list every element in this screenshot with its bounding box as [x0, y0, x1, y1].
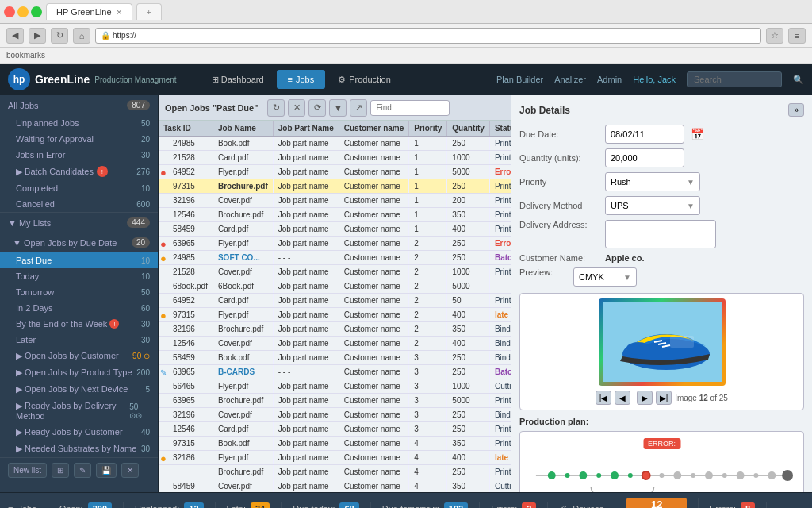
bookmark-item[interactable]: bookmarks — [6, 51, 45, 60]
priority-dropdown[interactable]: Rush ▼ — [605, 172, 700, 191]
sidebar-item-by-customer[interactable]: ▶ Open Jobs by Customer 90 ⊙ — [0, 348, 158, 364]
sidebar-item-by-device[interactable]: ▶ Open Jobs by Next Device 5 — [0, 381, 158, 398]
calendar-icon[interactable]: 📅 — [691, 128, 704, 140]
sidebar-item-ready-customer[interactable]: ▶ Ready Jobs by Customer 40 — [0, 424, 158, 441]
devices-section[interactable]: 🖨 Devices — [548, 504, 615, 509]
delivery-method-dropdown[interactable]: UPS ▼ — [605, 196, 700, 215]
col-job-part[interactable]: Job Part Name — [273, 121, 339, 137]
window-min-btn[interactable] — [17, 6, 29, 17]
col-quantity[interactable]: Quantity — [447, 121, 490, 137]
browser-tab-new[interactable]: + — [136, 3, 162, 20]
sidebar-item-today[interactable]: Today 10 — [0, 268, 158, 284]
table-row[interactable]: Brochure.pdf Job part name Customer name… — [159, 465, 511, 479]
tab-close-btn[interactable]: ✕ — [116, 8, 122, 17]
table-row[interactable]: 24985 Book.pdf Job part name Customer na… — [159, 137, 511, 151]
sidebar-open-jobs-date[interactable]: ▼ Open Jobs by Due Date 20 — [0, 233, 158, 252]
table-row[interactable]: ✎ 63965 B-CARDS - - - Customer name 3 25… — [159, 365, 511, 379]
user-greeting[interactable]: Hello, Jack — [633, 75, 676, 84]
prev-image-btn[interactable]: ◀ — [615, 391, 630, 405]
sidebar-item-batch[interactable]: ▶ Batch Candidates ! 276 — [0, 163, 158, 180]
expand-details-btn[interactable]: » — [788, 103, 804, 117]
sidebar-item-waiting[interactable]: Waiting for Approval 20 — [0, 131, 158, 147]
menu-btn[interactable]: ≡ — [788, 28, 806, 44]
sidebar-item-completed[interactable]: Completed 10 — [0, 180, 158, 196]
sidebar-item-2days[interactable]: In 2 Days 60 — [0, 300, 158, 316]
sidebar-item-ready-delivery[interactable]: ▶ Ready Jobs by Delivery Method 50 ⊙⊙ — [0, 398, 158, 424]
nav-jobs[interactable]: ≡ Jobs — [277, 70, 326, 89]
table-row[interactable]: 68ook.pdf 6Book.pdf Job part name Custom… — [159, 279, 511, 294]
window-close-btn[interactable] — [4, 6, 15, 17]
table-row[interactable]: 63965 Brochure.pdf Job part name Custome… — [159, 394, 511, 408]
first-image-btn[interactable]: |◀ — [596, 391, 611, 405]
col-customer[interactable]: Customer name — [339, 121, 409, 137]
col-job-name[interactable]: Job Name — [213, 121, 273, 137]
table-row[interactable]: ● 64952 Flyer.pdf Job part name Customer… — [159, 165, 511, 179]
table-row[interactable]: ● 97315 Flyer.pdf Job part name Customer… — [159, 308, 511, 322]
next-image-btn[interactable]: ▶ — [637, 391, 653, 405]
toolbar-filter-btn[interactable]: ▼ — [329, 99, 347, 117]
table-row[interactable]: 21528 Card.pdf Job part name Customer na… — [159, 151, 511, 165]
sidebar-close-btn[interactable]: ✕ — [121, 463, 139, 478]
table-row[interactable]: 97315 Book.pdf Job part name Customer na… — [159, 437, 511, 451]
col-task-id[interactable]: Task ID — [159, 121, 213, 137]
search-input[interactable] — [687, 71, 782, 87]
reload-btn[interactable]: ↻ — [51, 28, 68, 44]
table-row[interactable]: 12546 Cover.pdf Job part name Customer n… — [159, 337, 511, 351]
table-row[interactable]: 56465 Flyer.pdf Job part name Customer n… — [159, 379, 511, 394]
forward-btn[interactable]: ▶ — [29, 28, 46, 44]
search-icon[interactable]: 🔍 — [793, 75, 804, 85]
table-row[interactable]: 58459 Cover.pdf Job part name Customer n… — [159, 479, 511, 493]
delivery-address-input[interactable] — [605, 220, 716, 248]
table-row[interactable]: 12546 Brochure.pdf Job part name Custome… — [159, 208, 511, 222]
table-row[interactable]: 97315 Brochure.pdf Job part name Custome… — [159, 179, 511, 194]
sidebar-item-tomorrow[interactable]: Tomorrow 50 — [0, 284, 158, 300]
nav-dashboard[interactable]: ⊞ Dashboard — [201, 70, 275, 90]
browser-tab-active[interactable]: HP GreenLine ✕ — [46, 3, 132, 20]
sidebar-view-btn[interactable]: ⊞ — [52, 463, 69, 478]
due-date-input[interactable] — [605, 125, 684, 144]
quantity-input[interactable] — [605, 148, 684, 167]
sidebar-item-by-product[interactable]: ▶ Open Jobs by Product Type 200 — [0, 364, 158, 381]
new-list-btn[interactable]: New list — [8, 463, 47, 478]
col-status[interactable]: Status — [489, 121, 511, 137]
sidebar-item-errors[interactable]: Jobs in Error 30 — [0, 147, 158, 163]
nav-production[interactable]: ⚙ Production — [327, 70, 402, 90]
address-bar[interactable]: 🔒 https:// — [95, 28, 761, 44]
toolbar-export-btn[interactable]: ↗ — [350, 99, 367, 117]
table-row[interactable]: 32196 Brochure.pdf Job part name Custome… — [159, 322, 511, 337]
toolbar-reset-btn[interactable]: ⟳ — [308, 99, 326, 117]
table-row[interactable]: 21528 Cover.pdf Job part name Customer n… — [159, 265, 511, 279]
sidebar-item-later[interactable]: Later 30 — [0, 332, 158, 348]
toolbar-refresh-btn[interactable]: ↻ — [267, 99, 285, 117]
home-btn[interactable]: ⌂ — [73, 28, 90, 44]
table-row[interactable]: 58459 Card.pdf Job part name Customer na… — [159, 222, 511, 237]
table-row[interactable]: 64952 Card.pdf Job part name Customer na… — [159, 294, 511, 308]
sidebar-save-btn[interactable]: 💾 — [96, 463, 117, 478]
last-image-btn[interactable]: ▶| — [656, 391, 672, 405]
table-row[interactable]: 58459 Book.pdf Job part name Customer na… — [159, 351, 511, 365]
back-btn[interactable]: ◀ — [6, 28, 24, 44]
preview-dropdown[interactable]: CMYK ▼ — [573, 267, 637, 287]
sidebar-item-substrates[interactable]: ▶ Needed Substrates by Name 30 — [0, 441, 158, 457]
table-row[interactable]: 32196 Cover.pdf Job part name Customer n… — [159, 194, 511, 208]
sidebar-edit-btn[interactable]: ✎ — [74, 463, 91, 478]
table-search-input[interactable] — [370, 100, 450, 116]
analizer-link[interactable]: Analizer — [554, 75, 586, 84]
table-row[interactable]: 32196 Cover.pdf Job part name Customer n… — [159, 408, 511, 422]
table-row[interactable]: 12546 Card.pdf Job part name Customer na… — [159, 422, 511, 437]
window-max-btn[interactable] — [31, 6, 42, 17]
sidebar-my-lists-header[interactable]: ▼ My Lists 444 — [0, 213, 158, 233]
plan-builder-link[interactable]: Plan Builder — [496, 75, 543, 84]
toolbar-close-btn[interactable]: ✕ — [288, 99, 305, 117]
table-row[interactable]: ● 32186 Flyer.pdf Job part name Customer… — [159, 451, 511, 465]
sidebar-item-unplanned[interactable]: Unplanned Jobs 50 — [0, 115, 158, 131]
sidebar-item-past-due[interactable]: Past Due 10 — [0, 252, 158, 268]
sidebar-item-cancelled[interactable]: Cancelled 600 — [0, 196, 158, 212]
admin-link[interactable]: Admin — [597, 75, 622, 84]
table-row[interactable]: ● 24985 SOFT CO... - - - Customer name 2… — [159, 251, 511, 265]
sidebar-item-end-week[interactable]: By the End of the Week ! 30 — [0, 316, 158, 332]
table-row[interactable]: ● 63965 Flyer.pdf Job part name Customer… — [159, 237, 511, 251]
star-btn[interactable]: ☆ — [766, 28, 783, 44]
col-priority[interactable]: Priority — [409, 121, 447, 137]
sidebar-all-jobs-header[interactable]: All Jobs 807 — [0, 95, 158, 115]
